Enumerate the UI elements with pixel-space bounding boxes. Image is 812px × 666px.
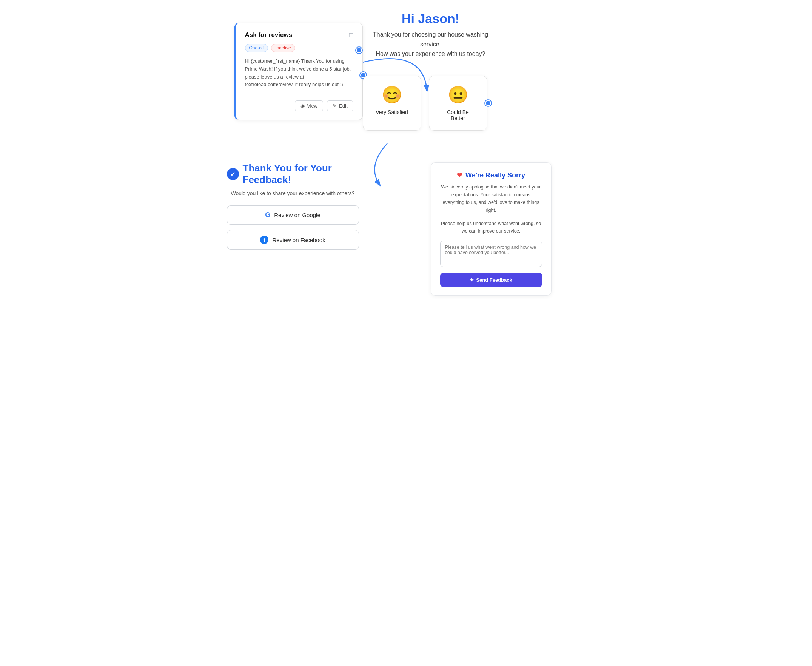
send-icon: ✈	[469, 277, 474, 283]
view-label: View	[307, 103, 318, 109]
greeting-line2: How was your experience with us today?	[376, 51, 486, 57]
thankyou-title-text: Thank You for Your Feedback!	[243, 162, 359, 186]
sorry-title-text: We're Really Sorry	[466, 171, 525, 179]
neutral-emoji: 😐	[441, 85, 475, 105]
options-row: 😊 Very Satisfied 😐 Could Be Better	[363, 76, 488, 131]
pencil-icon: ✎	[333, 103, 337, 109]
facebook-label: Review on Facebook	[272, 237, 325, 243]
google-label: Review on Google	[274, 212, 321, 218]
thankyou-block: ✓ Thank You for Your Feedback! Would you…	[227, 162, 359, 255]
greeting-block: Hi Jason! Thank you for choosing our hou…	[370, 12, 491, 59]
thankyou-subtitle: Would you like to share your experience …	[227, 190, 359, 196]
send-feedback-button[interactable]: ✈ Send Feedback	[440, 273, 542, 287]
eye-icon: ◉	[300, 103, 305, 109]
send-label: Send Feedback	[476, 277, 512, 283]
card-body-text: Hi {customer_first_name} Thank You for u…	[245, 58, 353, 89]
badge-oneoff: One-off	[245, 44, 268, 52]
check-icon: ✓	[227, 168, 239, 180]
satisfied-label: Very Satisfied	[375, 109, 409, 115]
satisfied-emoji: 😊	[375, 85, 409, 105]
greeting-line1: Thank you for choosing our house washing…	[373, 31, 488, 48]
edit-button[interactable]: ✎ Edit	[327, 101, 353, 111]
neutral-label: Could Be Better	[441, 109, 475, 121]
review-google-button[interactable]: G Review on Google	[227, 205, 359, 225]
option-could-be-better[interactable]: 😐 Could Be Better	[429, 76, 488, 131]
card-title: Ask for reviews	[245, 31, 293, 39]
sorry-body2: Please help us understand what went wron…	[440, 220, 542, 235]
message-icon: □	[349, 31, 353, 39]
review-facebook-button[interactable]: f Review on Facebook	[227, 230, 359, 250]
sorry-block: ❤ We're Really Sorry We sincerely apolog…	[431, 162, 552, 296]
badge-inactive: Inactive	[271, 44, 295, 52]
facebook-icon: f	[260, 236, 268, 244]
view-button[interactable]: ◉ View	[295, 101, 323, 111]
edit-label: Edit	[339, 103, 347, 109]
ask-reviews-card: Ask for reviews □ One-off Inactive Hi {c…	[234, 23, 363, 120]
google-icon: G	[265, 211, 270, 219]
heart-icon: ❤	[457, 171, 463, 179]
greeting-title: Hi Jason!	[370, 12, 491, 26]
feedback-textarea[interactable]	[440, 241, 542, 267]
option-very-satisfied[interactable]: 😊 Very Satisfied	[363, 76, 421, 131]
sorry-body1: We sincerely apologise that we didn't me…	[440, 183, 542, 214]
